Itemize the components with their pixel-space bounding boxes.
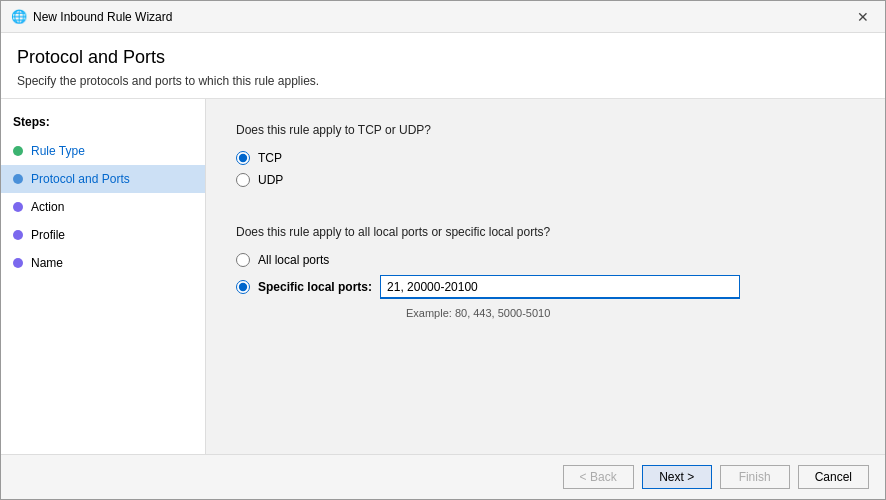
step-dot-protocol-ports xyxy=(13,174,23,184)
sidebar: Steps: Rule Type Protocol and Ports Acti… xyxy=(1,99,206,454)
step-label-protocol-ports: Protocol and Ports xyxy=(31,172,130,186)
ports-input[interactable] xyxy=(380,275,740,299)
specific-ports-option[interactable]: Specific local ports: xyxy=(236,275,855,299)
specific-ports-radio[interactable] xyxy=(236,280,250,294)
udp-option[interactable]: UDP xyxy=(236,173,855,187)
tcp-radio[interactable] xyxy=(236,151,250,165)
steps-label: Steps: xyxy=(1,111,205,137)
window-icon: 🌐 xyxy=(11,9,27,25)
sidebar-item-profile[interactable]: Profile xyxy=(1,221,205,249)
next-button[interactable]: Next > xyxy=(642,465,712,489)
page-subtitle: Specify the protocols and ports to which… xyxy=(17,74,869,88)
ports-section: Does this rule apply to all local ports … xyxy=(236,225,855,319)
specific-ports-label: Specific local ports: xyxy=(258,280,372,294)
step-dot-rule-type xyxy=(13,146,23,156)
section-divider xyxy=(236,195,855,215)
udp-label: UDP xyxy=(258,173,283,187)
tcp-label: TCP xyxy=(258,151,282,165)
ports-radio-group: All local ports Specific local ports: xyxy=(236,253,855,299)
page-title: Protocol and Ports xyxy=(17,47,869,68)
sidebar-item-name[interactable]: Name xyxy=(1,249,205,277)
back-button[interactable]: < Back xyxy=(563,465,634,489)
tcp-udp-question: Does this rule apply to TCP or UDP? xyxy=(236,123,855,137)
step-dot-profile xyxy=(13,230,23,240)
example-text: Example: 80, 443, 5000-5010 xyxy=(406,307,855,319)
sidebar-item-action[interactable]: Action xyxy=(1,193,205,221)
tcp-option[interactable]: TCP xyxy=(236,151,855,165)
step-dot-action xyxy=(13,202,23,212)
page-header: Protocol and Ports Specify the protocols… xyxy=(1,33,885,99)
main-panel: Does this rule apply to TCP or UDP? TCP … xyxy=(206,99,885,454)
all-ports-radio[interactable] xyxy=(236,253,250,267)
all-ports-label: All local ports xyxy=(258,253,329,267)
sidebar-item-protocol-ports[interactable]: Protocol and Ports xyxy=(1,165,205,193)
wizard-window: 🌐 New Inbound Rule Wizard ✕ Protocol and… xyxy=(0,0,886,500)
ports-question: Does this rule apply to all local ports … xyxy=(236,225,855,239)
all-ports-option[interactable]: All local ports xyxy=(236,253,855,267)
step-label-profile: Profile xyxy=(31,228,65,242)
finish-button[interactable]: Finish xyxy=(720,465,790,489)
title-bar-text: New Inbound Rule Wizard xyxy=(33,10,851,24)
bottom-bar: < Back Next > Finish Cancel xyxy=(1,454,885,499)
content-area: Steps: Rule Type Protocol and Ports Acti… xyxy=(1,99,885,454)
protocol-radio-group: TCP UDP xyxy=(236,151,855,187)
title-bar: 🌐 New Inbound Rule Wizard ✕ xyxy=(1,1,885,33)
step-dot-name xyxy=(13,258,23,268)
udp-radio[interactable] xyxy=(236,173,250,187)
cancel-button[interactable]: Cancel xyxy=(798,465,869,489)
step-label-name: Name xyxy=(31,256,63,270)
step-label-action: Action xyxy=(31,200,64,214)
close-button[interactable]: ✕ xyxy=(851,5,875,29)
sidebar-item-rule-type[interactable]: Rule Type xyxy=(1,137,205,165)
step-label-rule-type: Rule Type xyxy=(31,144,85,158)
